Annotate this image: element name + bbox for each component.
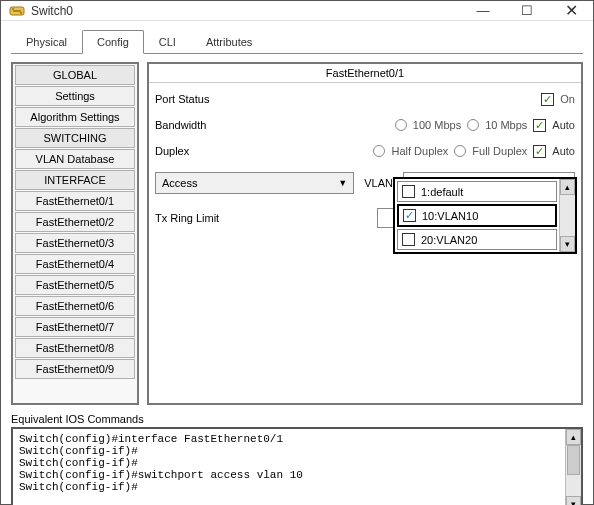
sidebar-item-fa08[interactable]: FastEthernet0/8 xyxy=(15,338,135,358)
bandwidth-label: Bandwidth xyxy=(155,119,275,131)
ios-scrollbar[interactable]: ▴ ▾ xyxy=(565,429,581,505)
port-status-row: Port Status On xyxy=(155,88,575,110)
scroll-down-icon[interactable]: ▾ xyxy=(560,236,575,252)
content-area: Physical Config CLI Attributes GLOBAL Se… xyxy=(1,21,593,505)
vlan-option-20-checkbox[interactable] xyxy=(402,233,415,246)
bandwidth-10-radio[interactable] xyxy=(467,119,479,131)
ios-commands-label: Equivalent IOS Commands xyxy=(11,413,583,425)
sidebar-item-vlan-database[interactable]: VLAN Database xyxy=(15,149,135,169)
window-buttons: — ☐ ✕ xyxy=(461,1,593,20)
tx-ring-label: Tx Ring Limit xyxy=(155,212,275,224)
vlan-dropdown-items: 1:default 10:VLAN10 20:VLAN20 xyxy=(395,179,559,252)
tab-bar: Physical Config CLI Attributes xyxy=(11,29,583,54)
maximize-button[interactable]: ☐ xyxy=(505,1,549,20)
duplex-full-radio[interactable] xyxy=(454,145,466,157)
switchport-mode-value: Access xyxy=(162,177,197,189)
ios-commands-box: Switch(config)#interface FastEthernet0/1… xyxy=(11,427,583,505)
sidebar-item-fa07[interactable]: FastEthernet0/7 xyxy=(15,317,135,337)
sidebar-header-global[interactable]: GLOBAL xyxy=(15,65,135,85)
tab-cli[interactable]: CLI xyxy=(144,30,191,54)
vlan-option-default[interactable]: 1:default xyxy=(397,181,557,202)
close-button[interactable]: ✕ xyxy=(549,1,593,20)
vlan-dropdown: 1:default 10:VLAN10 20:VLAN20 xyxy=(393,177,577,254)
sidebar-header-switching[interactable]: SWITCHING xyxy=(15,128,135,148)
tab-config[interactable]: Config xyxy=(82,30,144,54)
vlan-option-20-label: 20:VLAN20 xyxy=(421,234,477,246)
sidebar-item-fa01[interactable]: FastEthernet0/1 xyxy=(15,191,135,211)
scroll-up-icon[interactable]: ▴ xyxy=(560,179,575,195)
duplex-row: Duplex Half Duplex Full Duplex Auto xyxy=(155,140,575,162)
bandwidth-auto-label: Auto xyxy=(552,119,575,131)
scroll-down-icon[interactable]: ▾ xyxy=(566,496,581,505)
main-row: GLOBAL Settings Algorithm Settings SWITC… xyxy=(11,62,583,405)
bandwidth-100-radio[interactable] xyxy=(395,119,407,131)
scroll-thumb[interactable] xyxy=(567,445,580,475)
vlan-option-10[interactable]: 10:VLAN10 xyxy=(397,204,557,227)
sidebar-item-settings[interactable]: Settings xyxy=(15,86,135,106)
window-title: Switch0 xyxy=(31,4,461,18)
titlebar: Switch0 — ☐ ✕ xyxy=(1,1,593,21)
config-sidebar[interactable]: GLOBAL Settings Algorithm Settings SWITC… xyxy=(11,62,139,405)
bandwidth-100-label: 100 Mbps xyxy=(413,119,461,131)
duplex-half-label: Half Duplex xyxy=(391,145,448,157)
bandwidth-10-label: 10 Mbps xyxy=(485,119,527,131)
vlan-option-20[interactable]: 20:VLAN20 xyxy=(397,229,557,250)
chevron-down-icon: ▼ xyxy=(338,178,347,188)
scroll-track[interactable] xyxy=(566,445,581,496)
switchport-mode-select[interactable]: Access ▼ xyxy=(155,172,354,194)
sidebar-item-fa05[interactable]: FastEthernet0/5 xyxy=(15,275,135,295)
ios-commands-text[interactable]: Switch(config)#interface FastEthernet0/1… xyxy=(13,429,565,505)
tab-attributes[interactable]: Attributes xyxy=(191,30,267,54)
sidebar-item-fa02[interactable]: FastEthernet0/2 xyxy=(15,212,135,232)
port-status-checkbox[interactable] xyxy=(541,93,554,106)
sidebar-header-interface[interactable]: INTERFACE xyxy=(15,170,135,190)
scroll-up-icon[interactable]: ▴ xyxy=(566,429,581,445)
duplex-half-radio[interactable] xyxy=(373,145,385,157)
duplex-full-label: Full Duplex xyxy=(472,145,527,157)
duplex-label: Duplex xyxy=(155,145,275,157)
vlan-option-default-label: 1:default xyxy=(421,186,463,198)
tab-physical[interactable]: Physical xyxy=(11,30,82,54)
duplex-auto-label: Auto xyxy=(552,145,575,157)
vlan-dropdown-scrollbar[interactable]: ▴ ▾ xyxy=(559,179,575,252)
minimize-button[interactable]: — xyxy=(461,1,505,20)
sidebar-item-algorithm-settings[interactable]: Algorithm Settings xyxy=(15,107,135,127)
bandwidth-auto-checkbox[interactable] xyxy=(533,119,546,132)
interface-title: FastEthernet0/1 xyxy=(149,64,581,83)
sidebar-item-fa06[interactable]: FastEthernet0/6 xyxy=(15,296,135,316)
detail-panel: FastEthernet0/1 Port Status On Bandwidth xyxy=(147,62,583,405)
sidebar-item-fa04[interactable]: FastEthernet0/4 xyxy=(15,254,135,274)
vlan-label: VLAN xyxy=(364,177,393,189)
vlan-option-10-label: 10:VLAN10 xyxy=(422,210,478,222)
ios-section: Equivalent IOS Commands Switch(config)#i… xyxy=(11,413,583,505)
sidebar-item-fa09[interactable]: FastEthernet0/9 xyxy=(15,359,135,379)
vlan-option-default-checkbox[interactable] xyxy=(402,185,415,198)
app-window: Switch0 — ☐ ✕ Physical Config CLI Attrib… xyxy=(0,0,594,505)
port-status-label: Port Status xyxy=(155,93,275,105)
bandwidth-row: Bandwidth 100 Mbps 10 Mbps Auto xyxy=(155,114,575,136)
sidebar-item-fa03[interactable]: FastEthernet0/3 xyxy=(15,233,135,253)
duplex-auto-checkbox[interactable] xyxy=(533,145,546,158)
vlan-option-10-checkbox[interactable] xyxy=(403,209,416,222)
port-status-on-label: On xyxy=(560,93,575,105)
app-icon xyxy=(9,3,25,19)
